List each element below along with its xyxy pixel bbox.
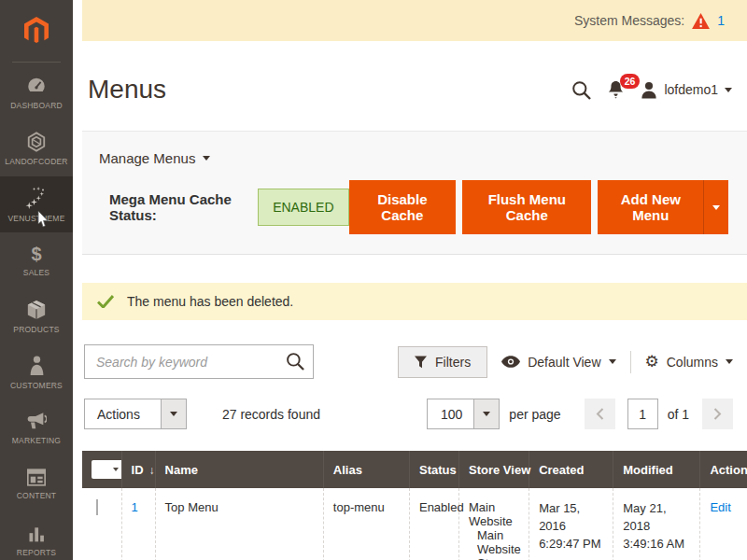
menus-grid: ID↓ Name Alias Status Store View Created… [82,451,747,560]
dashboard-icon [26,76,47,96]
row-id: 1 [132,500,138,514]
column-header-status[interactable]: Status [409,451,458,488]
row-id-cell: 1 [121,488,155,560]
sales-icon: $ [31,245,41,263]
page-header: Menus 26 lofdemo1 [82,41,747,131]
sidebar-item-label: LANDOFCODER [5,157,67,166]
select-all-checkbox[interactable] [92,460,123,479]
success-message: The menu has been deleted. [82,283,747,320]
sidebar-item-content[interactable]: CONTENT [0,456,73,512]
store-view-website: Main Website [469,500,519,528]
records-count: 27 records found [222,407,320,422]
page-total-label: of 1 [668,407,689,422]
magento-logo-icon [24,17,49,45]
row-name-cell: Top Menu [155,488,323,560]
sidebar-item-landofcoder[interactable]: LANDOFCODER [0,120,73,176]
sidebar-item-products[interactable]: PRODUCTS [0,288,73,344]
column-header-created[interactable]: Created [529,451,613,488]
grid-header-row: ID↓ Name Alias Status Store View Created… [82,451,747,488]
column-header-store-view[interactable]: Store View [459,451,529,488]
view-label: Default View [528,355,600,370]
cache-panel: Manage Menus Mega Menu Cache Status: ENA… [82,131,747,255]
customers-icon [29,356,45,376]
main-content: System Messages: 1 Menus 26 [82,0,747,560]
flush-menu-cache-button[interactable]: Flush Menu Cache [462,180,591,234]
column-header-modified[interactable]: Modified [613,451,700,488]
per-page-dropdown-toggle[interactable] [473,399,499,428]
chevron-right-icon [713,408,722,420]
table-row: 1 Top Menu top-menu Enabled Main Website… [82,488,747,560]
gear-icon: ⚙ [645,354,659,370]
view-selector[interactable]: Default View [501,355,615,370]
grid-controls-toolbar: Actions 27 records found 100 per page of… [82,399,747,429]
add-new-menu-dropdown-toggle[interactable] [703,180,728,234]
row-select-cell [82,488,121,560]
system-messages-label: System Messages: [574,13,684,28]
grid-search-toolbar: Filters Default View ⚙ Columns [82,344,747,379]
success-check-icon [97,295,114,308]
view-controls: Filters Default View ⚙ Columns [398,346,733,378]
add-new-menu-button[interactable]: Add New Menu [598,180,703,234]
manage-menus-dropdown[interactable]: Manage Menus [99,150,728,166]
filters-button[interactable]: Filters [398,346,487,378]
row-created-cell: Mar 15, 2016 6:29:47 PM [529,488,613,560]
notifications-bell[interactable]: 26 [607,80,625,99]
chevron-left-icon [596,408,604,420]
select-all-dropdown-toggle[interactable] [107,468,123,471]
per-page-dropdown[interactable]: 100 [427,399,500,429]
select-all-header[interactable] [82,451,121,488]
edit-link[interactable]: Edit [710,500,730,514]
sidebar-item-label: PRODUCTS [13,325,59,334]
row-status-cell: Enabled [409,488,458,560]
search-box [84,344,314,379]
magento-logo[interactable] [0,0,73,56]
actions-dropdown[interactable]: Actions [84,399,187,429]
system-messages-count[interactable]: 1 [717,13,725,28]
disable-cache-button[interactable]: Disable Cache [349,180,457,234]
cache-status-badge: ENABLED [258,189,348,226]
row-checkbox[interactable] [96,499,98,515]
sidebar-item-customers[interactable]: CUSTOMERS [0,344,73,400]
user-menu[interactable]: lofdemo1 [641,81,732,99]
sidebar-item-marketing[interactable]: MARKETING [0,400,73,456]
column-header-action[interactable]: Action [700,451,747,488]
mouse-cursor [37,211,49,228]
next-page-button[interactable] [702,399,733,429]
reports-icon [27,525,46,543]
columns-selector[interactable]: ⚙ Columns [645,354,734,370]
sidebar-item-reports[interactable]: REPORTS [0,512,73,560]
search-input[interactable] [84,344,314,379]
sidebar-item-venustheme[interactable]: VENUSTHEME [0,176,73,232]
marketing-icon [26,412,47,431]
search-icon[interactable] [571,80,591,100]
row-modified-cell: May 21, 2018 3:49:16 AM [613,488,700,560]
header-actions: 26 lofdemo1 [571,80,732,100]
filter-funnel-icon [415,356,427,369]
sidebar-divider [12,62,61,63]
column-header-id[interactable]: ID↓ [121,451,155,488]
sort-desc-icon: ↓ [149,464,155,477]
chevron-down-icon [170,412,177,416]
pagination: 100 per page of 1 [427,399,733,429]
checkbox[interactable] [92,460,107,479]
column-header-alias[interactable]: Alias [323,451,409,488]
search-submit-icon[interactable] [286,352,304,371]
manage-menus-label: Manage Menus [99,150,195,166]
toolbar-divider [630,351,631,373]
row-store-view-cell: Main Website Main Website Store [459,488,529,560]
add-new-menu-split-button: Add New Menu [598,180,728,234]
page-title: Menus [88,75,166,105]
actions-dropdown-toggle[interactable] [161,399,186,428]
column-label: ID [132,463,144,477]
column-header-name[interactable]: Name [155,451,323,488]
sidebar-item-dashboard[interactable]: DASHBOARD [0,64,73,120]
previous-page-button[interactable] [585,399,615,429]
sidebar-item-sales[interactable]: $ SALES [0,232,73,288]
products-icon [27,300,46,320]
page-number-input[interactable] [627,399,658,429]
admin-sidebar: DASHBOARD LANDOFCODER VENUSTHEME $ SALES [0,0,73,560]
columns-label: Columns [667,355,718,370]
chevron-down-icon [726,359,733,364]
landofcoder-icon [26,132,47,152]
sidebar-item-label: DASHBOARD [10,101,63,110]
